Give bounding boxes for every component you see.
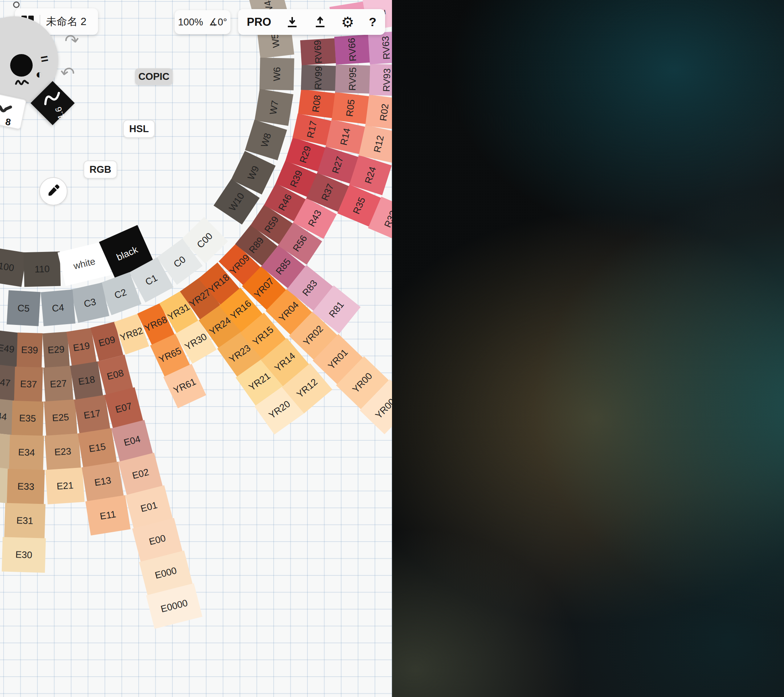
- swatch-label: YR12: [294, 376, 320, 400]
- copic-swatch-RV69[interactable]: RV69: [300, 38, 336, 65]
- rotation-value[interactable]: ∡0°: [209, 16, 227, 28]
- swatch-label: E02: [131, 466, 150, 481]
- swatch-label: C0: [171, 254, 188, 270]
- copic-swatch-E25[interactable]: E25: [44, 400, 77, 436]
- copic-swatch-W7[interactable]: W7: [254, 89, 293, 125]
- copic-swatch-RV66[interactable]: RV66: [334, 35, 371, 64]
- copic-swatch-E35[interactable]: E35: [12, 401, 44, 436]
- swatch-label: E000: [154, 565, 178, 581]
- copic-swatch-E37[interactable]: E37: [14, 367, 43, 402]
- swatch-label: 110: [35, 264, 50, 275]
- swatch-label: E09: [97, 334, 116, 349]
- swatch-label: E13: [94, 475, 112, 489]
- drawing-canvas[interactable]: 100110whiteblackW4W5W6W7W8W9W10C00C0C1C2…: [0, 0, 392, 697]
- swatch-label: YR15: [250, 324, 276, 348]
- zoom-rotation-card[interactable]: 100% ∡0°: [175, 10, 231, 34]
- swatch-label: YR16: [228, 298, 254, 322]
- swatch-label: E21: [56, 479, 74, 492]
- concepts-app: 100110whiteblackW4W5W6W7W8W9W10C00C0C1C2…: [0, 0, 784, 697]
- eyedropper-button[interactable]: [39, 177, 68, 206]
- swatch-label: R17: [305, 120, 320, 139]
- swatch-label: R29: [297, 145, 313, 165]
- canvas-handle-icon[interactable]: [13, 2, 20, 8]
- copic-swatch-E30[interactable]: E30: [2, 537, 46, 572]
- subscription-panel: × 真正发挥创造力。 概念画板定期更新带来新功能、套件和服务。我们在您的支持下进…: [392, 0, 784, 697]
- copic-swatch-R02[interactable]: R02: [365, 95, 392, 130]
- swatch-label: W8: [259, 132, 274, 148]
- current-color-dot[interactable]: [10, 54, 33, 77]
- copic-swatch-E21[interactable]: E21: [45, 468, 85, 504]
- smoothing-icon[interactable]: [15, 77, 30, 88]
- swatch-label: YR20: [267, 398, 292, 421]
- copic-swatch-E11[interactable]: E11: [86, 495, 131, 536]
- swatch-label: E15: [88, 441, 107, 455]
- main-toolbar: PRO ⚙ ?: [238, 9, 385, 35]
- swatch-label: YR01: [326, 347, 350, 371]
- swatch-label: E34: [18, 447, 35, 458]
- opacity-icon[interactable]: ◐: [36, 67, 43, 81]
- copic-swatch-RV63[interactable]: RV63: [368, 31, 392, 64]
- swatch-label: E25: [52, 412, 69, 424]
- settings-gear-icon[interactable]: ⚙: [341, 16, 354, 29]
- swatch-label: C2: [113, 287, 128, 301]
- swatch-label: R83: [300, 278, 320, 298]
- swatch-label: YR65: [157, 345, 183, 365]
- swatch-label: W10: [226, 191, 247, 213]
- swatch-label: RV66: [346, 38, 359, 62]
- copic-swatch-C4[interactable]: C4: [41, 289, 75, 326]
- copic-swatch-110[interactable]: 110: [24, 252, 61, 287]
- copic-swatch-E33[interactable]: E33: [7, 469, 44, 504]
- undo-icon[interactable]: ↶: [59, 62, 76, 84]
- swatch-label: C4: [51, 302, 64, 314]
- swatch-label: YR07: [252, 275, 276, 300]
- import-icon[interactable]: [286, 16, 299, 29]
- pro-button[interactable]: PRO: [247, 16, 271, 29]
- copic-swatch-R08[interactable]: R08: [298, 89, 335, 119]
- swatch-label: YR00: [350, 371, 375, 395]
- copic-swatch-W6[interactable]: W6: [260, 58, 294, 90]
- copic-swatch-E27[interactable]: E27: [43, 366, 73, 402]
- swatch-label: E00: [148, 532, 166, 547]
- swatch-label: YR09: [227, 252, 252, 277]
- copic-swatch-E34[interactable]: E34: [9, 435, 44, 470]
- copic-swatch-E31[interactable]: E31: [4, 503, 45, 538]
- tab-rgb[interactable]: RGB: [84, 160, 117, 179]
- swatch-label: R32: [382, 209, 392, 229]
- swatch-label: YR21: [247, 370, 273, 393]
- swatch-label: YR23: [227, 342, 253, 365]
- copic-swatch-C5[interactable]: C5: [7, 290, 41, 326]
- tool-wheel[interactable]: = ◐ 1.6 8 ↷ ↶: [0, 16, 80, 154]
- help-button[interactable]: ?: [369, 15, 376, 29]
- swatch-label: R89: [247, 235, 267, 255]
- swatch-label: E30: [15, 549, 32, 560]
- swatch-label: E0000: [160, 597, 189, 615]
- zoom-level[interactable]: 100%: [178, 17, 203, 28]
- copic-swatch-E39[interactable]: E39: [17, 333, 43, 368]
- swatch-label: E07: [114, 400, 133, 415]
- copic-swatch-E15[interactable]: E15: [78, 428, 117, 468]
- copic-swatch-RV99[interactable]: RV99: [301, 64, 336, 91]
- swatch-label: RV93: [381, 68, 392, 92]
- swatch-label: R59: [262, 214, 281, 235]
- copic-swatch-E23[interactable]: E23: [44, 433, 81, 470]
- swatch-label: YR000: [373, 392, 392, 421]
- tab-copic[interactable]: COPIC: [135, 68, 173, 85]
- copic-swatch-E13[interactable]: E13: [82, 462, 124, 502]
- swatch-label: R14: [338, 127, 353, 146]
- swatch-label: E31: [16, 515, 33, 526]
- tab-hsl[interactable]: HSL: [123, 120, 155, 138]
- export-icon[interactable]: [314, 16, 327, 29]
- swatch-label: E01: [139, 499, 158, 514]
- redo-icon[interactable]: ↷: [63, 29, 81, 51]
- copic-swatch-E29[interactable]: E29: [43, 332, 70, 368]
- swatch-label: R39: [288, 169, 305, 189]
- copic-swatch-RV93[interactable]: RV93: [369, 64, 392, 96]
- swatch-label: E35: [19, 412, 36, 424]
- swatch-label: YR24: [207, 315, 233, 338]
- copic-swatch-R05[interactable]: R05: [331, 92, 369, 124]
- copic-swatch-RV95[interactable]: RV95: [335, 64, 370, 93]
- copic-swatch-100[interactable]: 100: [0, 247, 27, 287]
- swatch-label: W7: [267, 99, 280, 115]
- copic-swatch-E17[interactable]: E17: [74, 395, 110, 434]
- copic-swatch-E18[interactable]: E18: [70, 361, 103, 400]
